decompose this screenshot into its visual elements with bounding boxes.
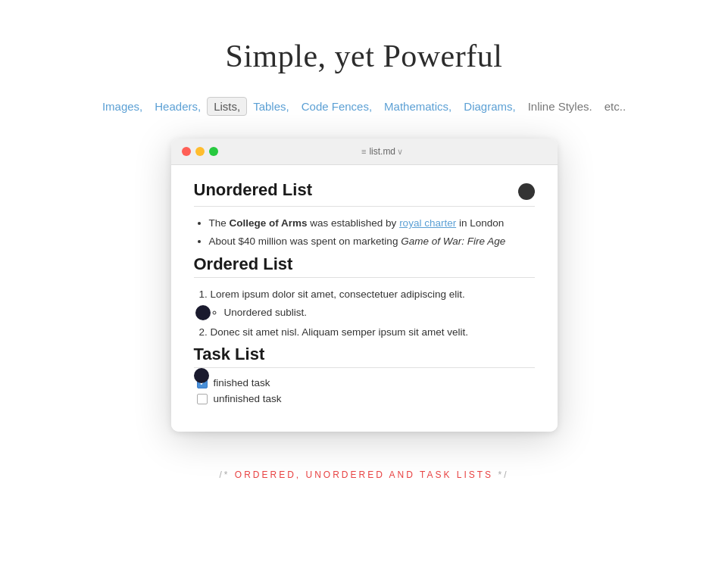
page-container: Simple, yet Powerful Images, Headers, Li… (0, 0, 728, 503)
file-icon: ≡ (361, 147, 366, 156)
unfinished-task-checkbox[interactable] (197, 394, 208, 404)
sublist: Unordered sublist. (211, 305, 535, 320)
comment-close: */ (493, 469, 508, 480)
cursor-dot-task (194, 368, 209, 383)
window-content: Unordered List The College of Arms was e… (171, 165, 558, 432)
unordered-list-section: Unordered List The College of Arms was e… (194, 180, 535, 250)
task-list-section: Task List finished task unfinished task (194, 345, 535, 404)
window-filename: list.md (369, 146, 395, 157)
list-item: Donec sit amet nisl. Aliquam semper ipsu… (211, 325, 535, 340)
nav-item-etc: etc.. (598, 98, 632, 115)
nav-item-inline-styles: Inline Styles. (522, 98, 598, 115)
traffic-lights (182, 147, 218, 156)
italic-text: Game of War: Fire Age (401, 236, 505, 247)
window-title-wrapper: ≡ list.md ∨ (218, 146, 547, 157)
nav-item-tables[interactable]: Tables, (247, 98, 295, 115)
close-button[interactable] (182, 147, 191, 156)
ordered-divider (194, 277, 535, 278)
list-item: About $40 million was spent on marketing… (209, 234, 535, 249)
task-item-unfinished: unfinished task (197, 393, 535, 404)
footer-comment-text: ORDERED, UNORDERED AND TASK LISTS (235, 469, 493, 480)
task-list: finished task unfinished task (194, 377, 535, 404)
task-list-heading: Task List (194, 345, 535, 364)
list-item: The College of Arms was established by r… (209, 216, 535, 231)
nav-item-images[interactable]: Images, (96, 98, 148, 115)
page-title: Simple, yet Powerful (226, 38, 503, 74)
ordered-list-heading: Ordered List (194, 254, 535, 274)
ordered-list: Lorem ipsum dolor sit amet, consectetuer… (194, 287, 535, 341)
nav-item-mathematics[interactable]: Mathematics, (378, 98, 458, 115)
window-titlebar: ≡ list.md ∨ (171, 139, 558, 165)
unordered-list-heading: Unordered List (194, 180, 312, 200)
finished-task-label: finished task (214, 377, 270, 388)
unordered-list: The College of Arms was established by r… (194, 216, 535, 250)
ordered-item-1-text: Lorem ipsum dolor sit amet, consectetuer… (211, 289, 465, 300)
task-divider (194, 367, 535, 368)
nav-item-code-fences[interactable]: Code Fences, (295, 98, 378, 115)
unfinished-task-label: unfinished task (214, 393, 282, 404)
cursor-dot-ordered (195, 305, 211, 320)
markdown-window: ≡ list.md ∨ Unordered List The College o… (171, 139, 558, 432)
cursor-dot-unordered (518, 183, 535, 200)
minimize-button[interactable] (195, 147, 205, 156)
nav-item-diagrams[interactable]: Diagrams, (458, 98, 521, 115)
list-item: Lorem ipsum dolor sit amet, consectetuer… (211, 287, 535, 321)
nav-bar: Images, Headers, Lists, Tables, Code Fen… (96, 97, 632, 116)
ordered-item-2-text: Donec sit amet nisl. Aliquam semper ipsu… (211, 326, 469, 338)
task-item-finished: finished task (197, 377, 535, 388)
comment-open: /* (220, 469, 235, 480)
bold-text: College of Arms (230, 217, 308, 229)
sublist-item: Unordered sublist. (224, 305, 535, 320)
nav-item-lists[interactable]: Lists, (207, 97, 247, 116)
unordered-heading-row: Unordered List (194, 180, 535, 203)
royal-charter-link[interactable]: royal charter (399, 217, 456, 229)
ordered-list-section: Ordered List Lorem ipsum dolor sit amet,… (194, 254, 535, 341)
maximize-button[interactable] (209, 147, 218, 156)
footer-comment: /* ORDERED, UNORDERED AND TASK LISTS */ (220, 469, 509, 480)
window-dropdown-icon[interactable]: ∨ (397, 147, 403, 157)
nav-item-headers[interactable]: Headers, (148, 98, 207, 115)
unordered-divider (194, 206, 535, 207)
